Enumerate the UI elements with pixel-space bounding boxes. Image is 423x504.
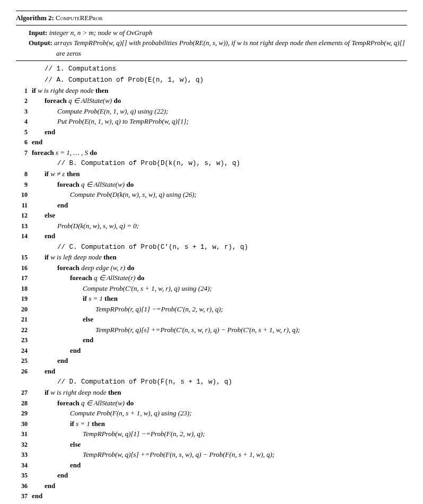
line-number: 18 <box>16 283 31 293</box>
code-line: 13 Prob(D(k(n, w), s, w), q) = 0; <box>16 221 407 231</box>
line-number: 21 <box>16 314 31 324</box>
line-number: 28 <box>16 398 31 408</box>
code-line: 6 end <box>16 137 407 147</box>
code-line: 17 foreach q ∈ AllState(r) do <box>16 273 407 283</box>
code-line: 4 Put Prob(E(n, 1, w), q) to TempRProb(w… <box>16 116 407 127</box>
code-line: 3 Compute Prob(E(n, 1, w), q) using (22)… <box>16 106 407 117</box>
code-line: 19 if s = 1 then <box>16 293 407 304</box>
line-number: 8 <box>16 169 31 179</box>
comment-text: // C. Computation of Prob(C′(n, s + 1, w… <box>57 244 248 251</box>
code-line: 23 end <box>16 335 407 345</box>
code-line: 36 end <box>16 481 407 491</box>
code-line: 35 end <box>16 470 407 481</box>
code-line: 28 foreach q ∈ AllState(w) do <box>16 398 407 409</box>
line-number: 22 <box>16 325 31 335</box>
line-number: 4 <box>16 116 31 126</box>
code-line: 32 else <box>16 439 407 450</box>
line-number: 6 <box>16 137 31 147</box>
algorithm-body: // 1. Computations // A. Computation of … <box>16 61 407 504</box>
comment-line: // D. Computation of Prob(F(n, s + 1, w)… <box>16 376 407 387</box>
comment-text: // 1. Computations <box>43 64 407 74</box>
line-number: 5 <box>16 127 31 137</box>
line-number: 16 <box>16 263 31 273</box>
code-line: 20 TempRProb(r, q)[1] −=Prob(C′(n, 2, w,… <box>16 304 407 315</box>
line-number: 37 <box>16 491 31 501</box>
code-line: 10 Compute Prob(D(k(n, w), s, w), q) usi… <box>16 189 407 200</box>
code-line: 15 if w is left deep node then <box>16 252 407 263</box>
code-line: 18 Compute Prob(C′(n, s + 1, w, r), q) u… <box>16 283 407 294</box>
code-line: 2 foreach q ∈ AllState(w) do <box>16 95 407 106</box>
code-line: 27 if w is right deep node then <box>16 387 407 398</box>
algorithm-label: Algorithm 2: <box>16 14 54 22</box>
line-number: 27 <box>16 387 31 397</box>
comment-text: // D. Computation of Prob(F(n, s + 1, w)… <box>57 378 232 386</box>
code-line: 16 foreach deep edge (w, r) do <box>16 263 407 273</box>
code-line: 24 end <box>16 345 407 356</box>
code-line: 34 end <box>16 460 407 471</box>
line-number: 36 <box>16 481 31 491</box>
code-line: 14 end <box>16 231 407 241</box>
code-line: 5 end <box>16 127 407 137</box>
code-line: 33 TempRProb(w, q)[s] +=Prob(F(n, s, w),… <box>16 449 407 460</box>
line-number: 15 <box>16 252 31 262</box>
line-number: 14 <box>16 231 31 241</box>
line-number: 29 <box>16 408 31 418</box>
code-line: 26 end <box>16 366 407 377</box>
code-line: 25 end <box>16 355 407 366</box>
code-line: 30 if s = 1 then <box>16 419 407 429</box>
line-number: 33 <box>16 449 31 459</box>
line-number: 23 <box>16 335 31 345</box>
code-line: 11 end <box>16 200 407 211</box>
line-number: 24 <box>16 345 31 355</box>
line-number: 2 <box>16 95 31 106</box>
line-number: 3 <box>16 106 31 116</box>
code-line: 21 else <box>16 314 407 325</box>
comment-text: // B. Computation of Prob(D(k(n, w), s, … <box>57 160 240 167</box>
line-number: 11 <box>16 200 31 210</box>
output-line: Output: arrays TempRProb(w, q)[] with pr… <box>29 38 407 58</box>
code-line: 37 end <box>16 491 407 501</box>
line-number: 30 <box>16 419 31 429</box>
line-number: 20 <box>16 304 31 314</box>
comment-line: // C. Computation of Prob(C′(n, s + 1, w… <box>16 241 407 253</box>
line-number: 1 <box>16 85 31 95</box>
line-number: 35 <box>16 470 31 480</box>
line-number: 34 <box>16 460 31 470</box>
algorithm-name: ComputeREProb <box>56 14 102 22</box>
code-line: 22 TempRProb(r, q)[s] +=Prob(C′(n, s, w,… <box>16 325 407 335</box>
line-number: 25 <box>16 355 31 366</box>
output-label: Output: <box>29 39 52 47</box>
comment-line: // B. Computation of Prob(D(k(n, w), s, … <box>16 158 407 169</box>
line-number: 10 <box>16 189 31 199</box>
code-line: 7 foreach s = 1, … , S do <box>16 147 407 158</box>
line-number: 19 <box>16 293 31 303</box>
code-line: 29 Compute Prob(F(n, s + 1, w), q) using… <box>16 408 407 419</box>
algorithm-header: Algorithm 2: ComputeREProb <box>16 11 407 25</box>
code-line: 1 if w is right deep node then <box>16 85 407 96</box>
code-line: 8 if w ≠ ε then <box>16 169 407 179</box>
code-line: 9 foreach q ∈ AllState(w) do <box>16 179 407 190</box>
io-block: Input: integer n, n > m; node w of OvGra… <box>16 25 407 62</box>
line-number: 13 <box>16 221 31 231</box>
input-text: integer n, n > m; node w of OvGraph <box>49 29 153 37</box>
code-line: 12 else <box>16 210 407 221</box>
input-label: Input: <box>29 29 47 37</box>
comment-text: // A. Computation of Prob(E(n, 1, w), q) <box>45 76 204 84</box>
comment-line: // A. Computation of Prob(E(n, 1, w), q) <box>16 74 407 85</box>
input-line: Input: integer n, n > m; node w of OvGra… <box>29 28 407 38</box>
line-number: 9 <box>16 179 31 189</box>
line-number: 7 <box>16 147 31 158</box>
code-line: 31 TempRProb(w, q)[1] −=Prob(F(n, 2, w),… <box>16 429 407 439</box>
line-number: 26 <box>16 366 31 376</box>
comment-line: // 1. Computations <box>16 64 407 74</box>
line-number: 31 <box>16 429 31 439</box>
line-number: 17 <box>16 273 31 283</box>
output-text: arrays TempRProb(w, q)[] with probabilit… <box>54 39 405 57</box>
line-number: 12 <box>16 210 31 220</box>
line-number: 32 <box>16 439 31 449</box>
